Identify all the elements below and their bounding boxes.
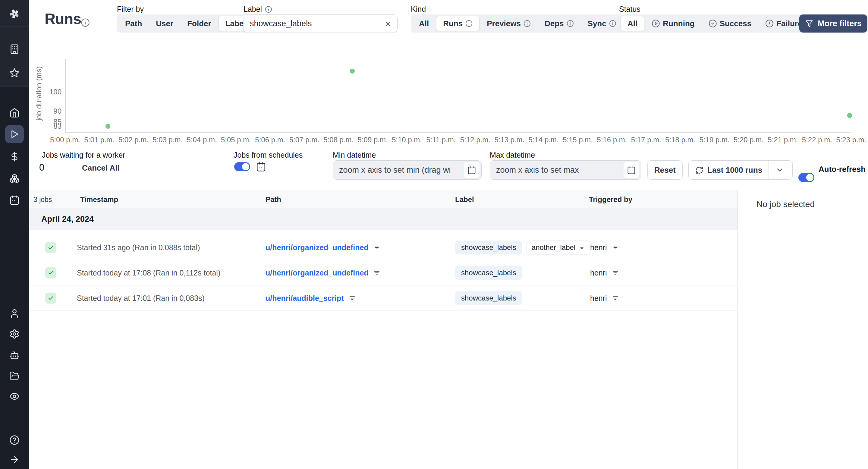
run-path-link[interactable]: u/henri/organized_undefined <box>266 268 369 277</box>
settings-gear-icon[interactable] <box>8 328 21 340</box>
label-field-label: Label <box>244 5 272 13</box>
run-data-point[interactable] <box>105 124 110 129</box>
table-row[interactable]: Started today at 17:01 (Ran in 0,083s) u… <box>29 285 738 311</box>
filter-by-user-icon[interactable] <box>612 294 619 302</box>
min-datetime-input[interactable]: zoom x axis to set min (drag wi <box>333 160 482 180</box>
reset-button[interactable]: Reset <box>647 160 683 180</box>
workspace-building-icon[interactable] <box>8 43 21 55</box>
y-tick-label: 100 <box>34 88 61 96</box>
controls-bar: Jobs waiting for a worker 0 Cancel All J… <box>29 148 868 190</box>
status-group: All Running Success Failure <box>619 14 810 33</box>
folders-icon[interactable] <box>8 370 21 382</box>
variables-dollar-icon[interactable] <box>8 151 21 163</box>
max-datetime-input[interactable]: zoom x axis to set max <box>490 160 641 180</box>
success-status-badge <box>45 292 56 304</box>
schedules-calendar-icon-small <box>256 162 266 173</box>
more-filters-button[interactable]: More filters <box>799 14 867 33</box>
x-tick-label: 5:01 p.m. <box>84 136 114 144</box>
x-tick-label: 5:13 p.m. <box>494 136 524 144</box>
min-datetime-label: Min datetime <box>333 151 376 159</box>
kind-previews-info-icon[interactable] <box>524 20 531 27</box>
help-icon[interactable] <box>8 434 21 446</box>
run-timestamp: Started 31s ago (Ran in 0,088s total) <box>77 243 200 252</box>
table-row[interactable]: Started 31s ago (Ran in 0,088s total) u/… <box>29 235 738 260</box>
x-tick-label: 5:08 p.m. <box>323 136 353 144</box>
x-tick-label: 5:12 p.m. <box>460 136 490 144</box>
col-path: Path <box>266 195 281 204</box>
sidebar-item-runs[interactable] <box>5 125 24 143</box>
status-success[interactable]: Success <box>702 16 758 31</box>
sidebar <box>0 0 29 469</box>
status-running[interactable]: Running <box>645 16 701 31</box>
kind-sync-info-icon[interactable] <box>609 20 616 27</box>
runs-info-icon[interactable] <box>81 18 90 27</box>
home-icon[interactable] <box>8 107 21 119</box>
label-filter-input[interactable] <box>250 19 384 28</box>
run-data-point[interactable] <box>350 69 355 73</box>
schedules-calendar-icon[interactable] <box>8 194 21 206</box>
kind-runs-info-icon[interactable] <box>465 20 472 27</box>
kind-deps-info-icon[interactable] <box>567 20 574 27</box>
workers-robot-icon[interactable] <box>8 349 21 362</box>
user-icon[interactable] <box>8 307 21 319</box>
runs-window-button[interactable]: Last 1000 runs <box>688 160 793 180</box>
max-datetime-calendar-button[interactable] <box>624 162 639 178</box>
kind-runs[interactable]: Runs <box>436 16 479 31</box>
auto-refresh-toggle[interactable] <box>798 173 814 182</box>
failure-alert-circle-icon <box>765 19 774 28</box>
cancel-all-button[interactable]: Cancel All <box>82 163 120 173</box>
triggered-by-user: henri <box>590 293 607 302</box>
max-datetime-label: Max datetime <box>490 151 535 159</box>
audit-logs-eye-icon[interactable] <box>8 390 21 402</box>
filter-by-user-icon[interactable] <box>612 244 619 251</box>
filter-by-path-icon[interactable] <box>349 294 355 302</box>
runs-table: 3 jobs Timestamp Path Label Triggered by… <box>29 190 738 469</box>
filter-by-user[interactable]: User <box>149 16 180 31</box>
filter-by-user-icon[interactable] <box>612 269 619 276</box>
runs-window-main[interactable]: Last 1000 runs <box>689 161 768 179</box>
runs-duration-chart[interactable]: job duration (ms) 100908583 5:00 p.m.5:0… <box>29 45 868 146</box>
run-data-point[interactable] <box>847 113 852 118</box>
x-tick-label: 5:20 p.m. <box>734 136 764 144</box>
run-label-pill-filter[interactable]: another_label <box>527 241 590 254</box>
chevron-down-icon <box>775 166 784 174</box>
expand-sidebar-arrow-icon[interactable] <box>8 454 21 466</box>
detail-panel: No job selected <box>738 190 868 469</box>
run-timestamp: Started today at 17:01 (Ran in 0,083s) <box>77 293 205 302</box>
table-header: 3 jobs Timestamp Path Label Triggered by <box>29 190 738 209</box>
refresh-icon <box>695 166 704 174</box>
filter-by-path-icon[interactable] <box>373 269 380 276</box>
label-filter-field <box>244 14 398 33</box>
filter-by-label: Filter by <box>117 5 144 13</box>
run-timestamp: Started today at 17:08 (Ran in 0,112s to… <box>77 268 220 277</box>
runs-window-dropdown[interactable] <box>768 161 790 179</box>
windmill-logo-icon[interactable] <box>8 8 21 20</box>
kind-sync[interactable]: Sync <box>581 16 623 31</box>
filter-by-label-icon <box>579 244 585 250</box>
clear-label-icon[interactable] <box>384 20 392 28</box>
kind-deps[interactable]: Deps <box>538 16 581 31</box>
kind-previews[interactable]: Previews <box>480 16 537 31</box>
run-path-link[interactable]: u/henri/organized_undefined <box>266 243 369 252</box>
status-all[interactable]: All <box>621 16 644 31</box>
x-tick-label: 5:21 p.m. <box>768 136 798 144</box>
kind-all[interactable]: All <box>412 16 435 31</box>
label-info-icon[interactable] <box>265 6 272 13</box>
jobs-from-schedules-toggle[interactable] <box>234 162 250 171</box>
filter-by-folder[interactable]: Folder <box>181 16 218 31</box>
min-datetime-calendar-button[interactable] <box>464 162 479 178</box>
page-title: Runs <box>44 10 81 28</box>
run-path-link[interactable]: u/henri/audible_script <box>266 293 344 302</box>
x-tick-label: 5:16 p.m. <box>597 136 627 144</box>
x-tick-label: 5:03 p.m. <box>153 136 183 144</box>
date-group-row: April 24, 2024 <box>29 209 738 230</box>
filter-by-path[interactable]: Path <box>119 16 149 31</box>
running-play-circle-icon <box>652 19 660 28</box>
resources-boxes-icon[interactable] <box>8 173 21 184</box>
x-tick-label: 5:09 p.m. <box>358 136 388 144</box>
y-tick-label: 90 <box>34 107 61 116</box>
filter-by-path-icon[interactable] <box>373 244 380 251</box>
table-row[interactable]: Started today at 17:08 (Ran in 0,112s to… <box>29 260 738 285</box>
jobs-from-schedules-label: Jobs from schedules <box>234 151 303 159</box>
favorites-star-icon[interactable] <box>8 67 21 79</box>
